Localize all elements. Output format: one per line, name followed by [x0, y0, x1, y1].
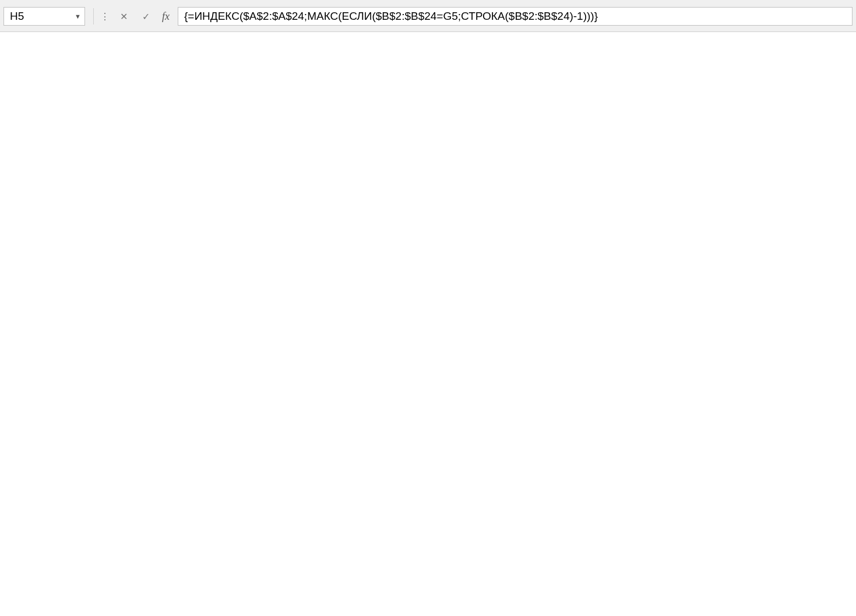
fx-icon[interactable]: fx [160, 10, 172, 23]
formula-dropdown-icon[interactable]: ⋮ [93, 8, 110, 24]
formula-input[interactable]: {=ИНДЕКС($A$2:$A$24;МАКС(ЕСЛИ($B$2:$B$24… [178, 7, 853, 26]
formula-text: {=ИНДЕКС($A$2:$A$24;МАКС(ЕСЛИ($B$2:$B$24… [184, 10, 598, 23]
accept-formula-icon[interactable]: ✓ [138, 8, 154, 24]
cancel-formula-icon[interactable]: ✕ [115, 8, 132, 24]
chevron-down-icon[interactable]: ▼ [75, 13, 81, 20]
name-box[interactable]: H5 ▼ [3, 7, 85, 26]
formula-bar: H5 ▼ ⋮ ✕ ✓ fx {=ИНДЕКС($A$2:$A$24;МАКС(Е… [0, 0, 856, 32]
name-box-value: H5 [10, 10, 24, 23]
